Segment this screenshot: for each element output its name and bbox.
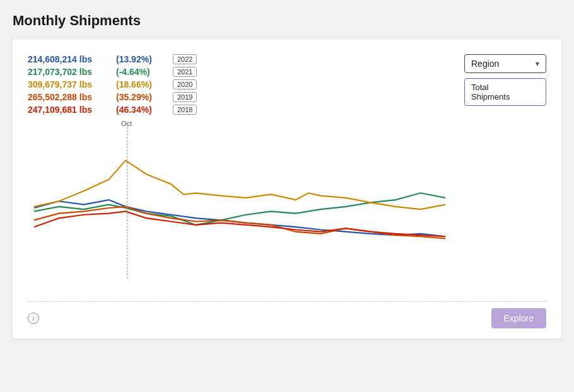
bottom-row: i Explore xyxy=(28,301,546,328)
region-dropdown[interactable]: Region ▾ xyxy=(464,54,546,73)
right-panel: Region ▾ TotalShipments xyxy=(464,54,546,296)
region-label: Region xyxy=(471,59,499,69)
left-panel: 214,608,214 lbs (13.92%) 2022 217,073,70… xyxy=(28,54,452,296)
stat-value-2021: 217,073,702 lbs xyxy=(28,67,110,77)
total-shipments-option[interactable]: TotalShipments xyxy=(464,78,546,106)
chart-svg xyxy=(28,120,452,296)
stats-table: 214,608,214 lbs (13.92%) 2022 217,073,70… xyxy=(28,54,452,115)
stat-value-2019: 265,502,288 lbs xyxy=(28,92,110,102)
stat-row-2021: 217,073,702 lbs (-4.64%) 2021 xyxy=(28,67,452,77)
year-badge-2022[interactable]: 2022 xyxy=(173,54,197,64)
year-badge-2018[interactable]: 2018 xyxy=(173,105,197,115)
year-badge-2020[interactable]: 2020 xyxy=(173,79,197,89)
chart-area: Oct xyxy=(28,120,452,296)
stat-pct-2019: (35.29%) xyxy=(116,92,167,102)
stat-value-2020: 309,679,737 lbs xyxy=(28,79,110,89)
info-icon[interactable]: i xyxy=(28,313,39,324)
year-badge-2019[interactable]: 2019 xyxy=(173,92,197,102)
stat-row-2019: 265,502,288 lbs (35.29%) 2019 xyxy=(28,92,452,102)
stat-row-2022: 214,608,214 lbs (13.92%) 2022 xyxy=(28,54,452,64)
chart-oct-label: Oct xyxy=(121,120,132,127)
stat-value-2018: 247,109,681 lbs xyxy=(28,105,110,115)
vertical-marker xyxy=(127,127,127,279)
stat-pct-2022: (13.92%) xyxy=(116,54,167,64)
explore-button[interactable]: Explore xyxy=(491,308,546,328)
chevron-down-icon: ▾ xyxy=(536,59,539,68)
stat-value-2022: 214,608,214 lbs xyxy=(28,54,110,64)
stat-row-2018: 247,109,681 lbs (46.34%) 2018 xyxy=(28,105,452,115)
stat-pct-2020: (18.66%) xyxy=(116,79,167,89)
stat-row-2020: 309,679,737 lbs (18.66%) 2020 xyxy=(28,79,452,89)
main-card: 214,608,214 lbs (13.92%) 2022 217,073,70… xyxy=(13,39,561,338)
stat-pct-2021: (-4.64%) xyxy=(116,67,167,77)
year-badge-2021[interactable]: 2021 xyxy=(173,67,197,77)
page-title: Monthly Shipments xyxy=(13,13,561,29)
stat-pct-2018: (46.34%) xyxy=(116,105,167,115)
